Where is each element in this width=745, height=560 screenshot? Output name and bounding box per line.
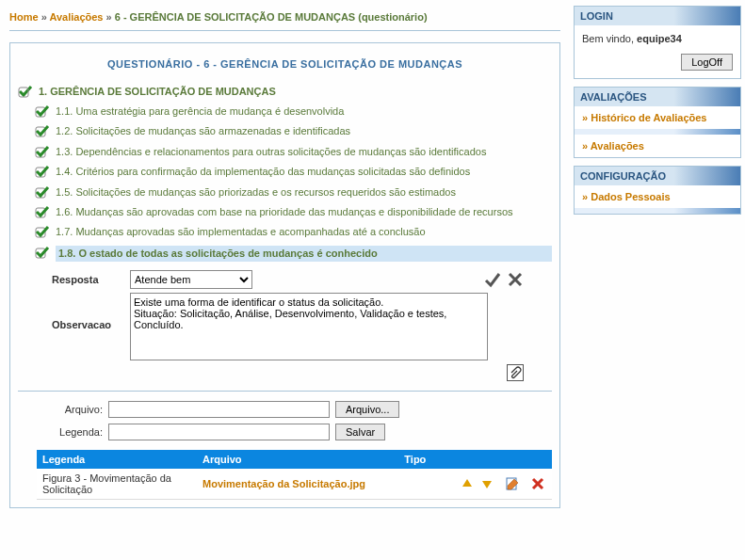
avaliacoes-panel: AVALIAÇÕES Histórico de Avaliações Avali… <box>574 87 741 158</box>
cancel-icon[interactable] <box>507 271 524 288</box>
arquivo-label: Arquivo: <box>37 404 103 415</box>
arquivo-input[interactable] <box>108 401 330 418</box>
confirm-icon[interactable] <box>484 271 501 288</box>
item-1-4[interactable]: 1.4. Critérios para confirmação da imple… <box>18 162 552 182</box>
check-icon <box>35 185 50 199</box>
item-1-8[interactable]: 1.8. O estado de todas as solicitações d… <box>18 243 552 264</box>
section-heading: 1. GERÊNCIA DE SOLICITAÇÃO DE MUDANÇAS <box>18 81 552 102</box>
item-1-7[interactable]: 1.7. Mudanças aprovadas são implementada… <box>18 222 552 242</box>
item-1-3[interactable]: 1.3. Dependências e relacionamentos para… <box>18 142 552 162</box>
th-legenda: Legenda <box>37 450 197 469</box>
avaliacoes-heading: AVALIAÇÕES <box>575 88 740 106</box>
resposta-label: Resposta <box>52 274 122 285</box>
login-heading: LOGIN <box>575 7 740 25</box>
logoff-button[interactable]: LogOff <box>681 54 733 71</box>
attachment-icon[interactable] <box>507 364 524 381</box>
edit-icon[interactable] <box>506 477 519 490</box>
move-up-icon[interactable] <box>461 477 474 490</box>
upload-box: Arquivo: Arquivo... Legenda: Salvar Lege… <box>37 401 552 500</box>
check-icon <box>35 124 50 137</box>
check-icon <box>18 85 33 98</box>
table-row: Figura 3 - Movimentação da Solicitação M… <box>37 469 552 500</box>
th-arquivo: Arquivo <box>197 450 398 469</box>
arquivo-button[interactable]: Arquivo... <box>335 401 399 418</box>
file-link[interactable]: Movimentação da Solicitação.jpg <box>202 478 365 489</box>
questionario-panel: QUESTIONÁRIO - 6 - GERÊNCIA DE SOLICITAÇ… <box>9 42 560 508</box>
check-icon <box>35 246 50 259</box>
breadcrumb-current: 6 - GERÊNCIA DE SOLICITAÇÃO DE MUDANÇAS … <box>115 11 428 23</box>
config-panel: CONFIGURAÇÃO Dados Pessoais <box>574 166 741 215</box>
check-icon <box>35 225 50 238</box>
observacao-textarea[interactable] <box>130 293 488 360</box>
th-tipo: Tipo <box>398 450 437 469</box>
sidebar-link-historico[interactable]: Histórico de Avaliações <box>575 106 740 129</box>
resposta-select[interactable]: Atende bem <box>130 270 252 289</box>
sidebar-link-dados[interactable]: Dados Pessoais <box>575 185 740 208</box>
check-icon <box>35 145 50 158</box>
breadcrumb-avaliacoes[interactable]: Avaliações <box>49 11 103 23</box>
delete-icon[interactable] <box>531 477 544 490</box>
move-down-icon[interactable] <box>480 477 494 490</box>
check-icon <box>35 104 50 118</box>
welcome-text: Bem vindo, equipe34 <box>582 33 733 44</box>
item-1-5[interactable]: 1.5. Solicitações de mudanças são priori… <box>18 183 552 202</box>
panel-title: QUESTIONÁRIO - 6 - GERÊNCIA DE SOLICITAÇ… <box>18 51 552 81</box>
config-heading: CONFIGURAÇÃO <box>575 167 740 185</box>
item-1-1[interactable]: 1.1. Uma estratégia para gerência de mud… <box>18 102 552 121</box>
salvar-button[interactable]: Salvar <box>335 424 385 440</box>
observacao-label: Observacao <box>52 293 122 330</box>
item-1-2[interactable]: 1.2. Solicitações de mudanças são armaze… <box>18 121 552 141</box>
login-panel: LOGIN Bem vindo, equipe34 LogOff <box>574 6 741 79</box>
breadcrumb-home[interactable]: Home <box>9 11 39 23</box>
cell-legenda: Figura 3 - Movimentação da Solicitação <box>37 469 197 500</box>
breadcrumb: Home » Avaliações » 6 - GERÊNCIA DE SOLI… <box>9 8 560 31</box>
check-icon <box>35 205 50 218</box>
file-table: Legenda Arquivo Tipo Figura 3 - Moviment… <box>37 450 552 500</box>
legenda-label: Legenda: <box>37 426 103 438</box>
legenda-input[interactable] <box>108 424 330 440</box>
check-icon <box>35 165 50 178</box>
response-box: Resposta Atende bem Observacao <box>52 270 552 381</box>
sidebar-link-avaliacoes[interactable]: Avaliações <box>575 135 740 157</box>
item-1-6[interactable]: 1.6. Mudanças são aprovadas com base na … <box>18 202 552 222</box>
